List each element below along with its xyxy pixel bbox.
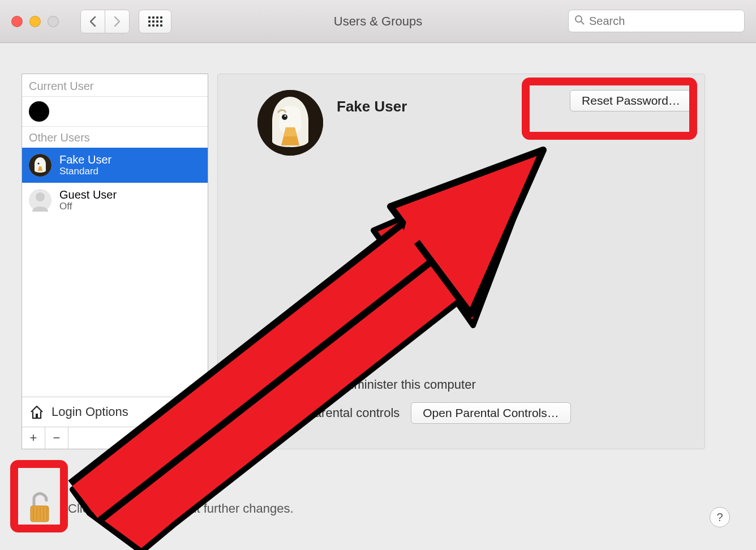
close-window-button[interactable]	[11, 16, 23, 27]
allow-admin-label: Allow user to administer this computer	[265, 377, 476, 392]
minimize-window-button[interactable]	[29, 16, 41, 27]
login-options-row[interactable]: Login Options	[22, 397, 208, 427]
user-role-label: Standard	[59, 166, 111, 177]
user-role-label: Off	[59, 201, 117, 212]
grid-icon	[148, 16, 162, 27]
avatar	[29, 189, 51, 212]
svg-point-8	[285, 115, 286, 117]
search-input[interactable]	[588, 14, 738, 28]
open-parental-controls-button[interactable]: Open Parental Controls…	[411, 402, 570, 424]
svg-point-4	[36, 192, 45, 201]
user-detail-panel: Fake User Reset Password… Allow user to …	[217, 74, 705, 449]
plus-icon: +	[30, 431, 37, 445]
avatar	[29, 154, 51, 177]
prefs-window: Users & Groups Current User Other Users	[0, 0, 756, 550]
svg-point-7	[282, 114, 287, 120]
other-users-header: Other Users	[22, 127, 208, 148]
add-remove-row: + −	[22, 427, 208, 449]
eagle-avatar-icon	[257, 90, 323, 156]
current-user-header: Current User	[22, 74, 208, 97]
unlocked-lock-icon	[26, 491, 53, 524]
content-body: Current User Other Users	[0, 42, 756, 550]
user-name-label: Fake User	[59, 154, 111, 166]
forward-button[interactable]	[105, 10, 129, 33]
titlebar: Users & Groups	[0, 0, 756, 43]
svg-rect-5	[36, 414, 38, 418]
help-icon: ?	[716, 511, 723, 524]
back-button[interactable]	[81, 10, 105, 33]
nav-group	[80, 10, 130, 33]
allow-admin-checkbox[interactable]	[244, 378, 257, 392]
lock-hint-text: Click the lock to prevent further change…	[68, 501, 294, 516]
parental-controls-checkbox[interactable]	[244, 406, 257, 420]
show-all-button[interactable]	[139, 10, 171, 33]
users-sidebar: Current User Other Users	[22, 74, 208, 449]
minus-icon: −	[53, 431, 61, 445]
home-icon	[29, 404, 45, 420]
detail-user-name: Fake User	[337, 98, 407, 115]
user-list: Fake User Standard Guest User Off	[22, 148, 208, 397]
help-button[interactable]: ?	[710, 507, 730, 527]
eagle-avatar-icon	[29, 154, 51, 177]
silhouette-icon	[29, 189, 51, 212]
reset-password-button[interactable]: Reset Password…	[570, 90, 692, 111]
svg-line-1	[581, 22, 584, 24]
zoom-window-button[interactable]	[48, 16, 59, 27]
chevron-left-icon	[89, 16, 97, 27]
search-field[interactable]	[568, 10, 745, 32]
user-row-guest-user[interactable]: Guest User Off	[22, 183, 208, 218]
login-options-label: Login Options	[51, 405, 128, 419]
window-controls	[11, 16, 59, 27]
remove-user-button[interactable]: −	[45, 427, 68, 449]
svg-point-3	[37, 162, 39, 164]
add-user-button[interactable]: +	[22, 427, 45, 449]
user-name-label: Guest User	[59, 189, 117, 201]
search-icon	[574, 15, 585, 28]
parental-controls-label: Enable parental controls	[265, 406, 400, 420]
lock-button[interactable]	[26, 491, 53, 526]
current-user-avatar	[29, 101, 49, 122]
user-row-fake-user[interactable]: Fake User Standard	[22, 148, 208, 183]
lock-row: Click the lock to prevent further change…	[26, 491, 294, 526]
detail-avatar[interactable]	[257, 90, 323, 156]
current-user-row[interactable]	[22, 97, 208, 127]
chevron-right-icon	[113, 16, 121, 27]
